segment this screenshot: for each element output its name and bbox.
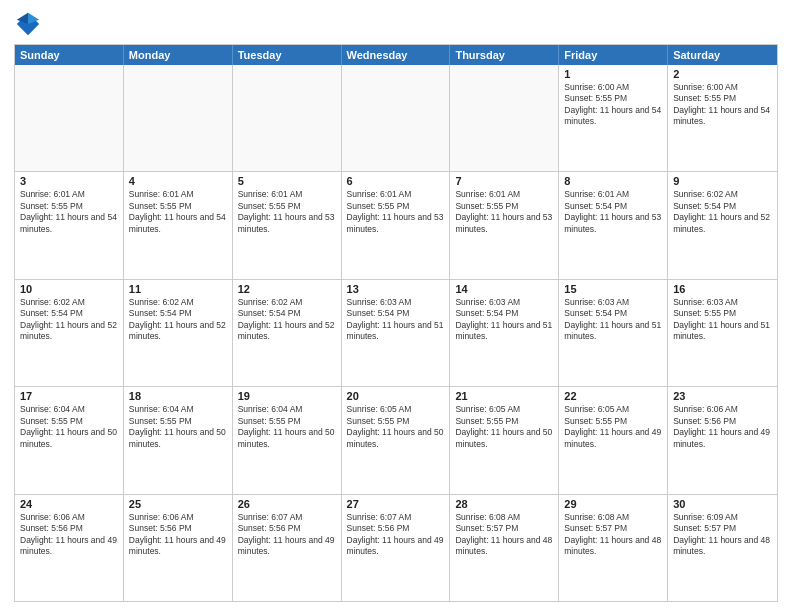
- day-cell-13: 13Sunrise: 6:03 AMSunset: 5:54 PMDayligh…: [342, 280, 451, 386]
- day-info: Sunrise: 6:02 AMSunset: 5:54 PMDaylight:…: [238, 297, 336, 343]
- day-info: Sunrise: 6:01 AMSunset: 5:55 PMDaylight:…: [238, 189, 336, 235]
- day-number: 1: [564, 68, 662, 80]
- day-info: Sunrise: 6:01 AMSunset: 5:55 PMDaylight:…: [20, 189, 118, 235]
- day-number: 20: [347, 390, 445, 402]
- day-number: 22: [564, 390, 662, 402]
- day-cell-16: 16Sunrise: 6:03 AMSunset: 5:55 PMDayligh…: [668, 280, 777, 386]
- day-number: 24: [20, 498, 118, 510]
- day-cell-11: 11Sunrise: 6:02 AMSunset: 5:54 PMDayligh…: [124, 280, 233, 386]
- day-info: Sunrise: 6:02 AMSunset: 5:54 PMDaylight:…: [673, 189, 772, 235]
- day-number: 8: [564, 175, 662, 187]
- calendar-week-2: 3Sunrise: 6:01 AMSunset: 5:55 PMDaylight…: [15, 172, 777, 279]
- day-cell-10: 10Sunrise: 6:02 AMSunset: 5:54 PMDayligh…: [15, 280, 124, 386]
- day-info: Sunrise: 6:01 AMSunset: 5:55 PMDaylight:…: [129, 189, 227, 235]
- weekday-header-friday: Friday: [559, 45, 668, 65]
- day-number: 17: [20, 390, 118, 402]
- day-cell-26: 26Sunrise: 6:07 AMSunset: 5:56 PMDayligh…: [233, 495, 342, 601]
- day-info: Sunrise: 6:03 AMSunset: 5:55 PMDaylight:…: [673, 297, 772, 343]
- day-number: 21: [455, 390, 553, 402]
- day-info: Sunrise: 6:00 AMSunset: 5:55 PMDaylight:…: [673, 82, 772, 128]
- weekday-header-tuesday: Tuesday: [233, 45, 342, 65]
- day-number: 5: [238, 175, 336, 187]
- day-number: 9: [673, 175, 772, 187]
- weekday-header-thursday: Thursday: [450, 45, 559, 65]
- day-info: Sunrise: 6:06 AMSunset: 5:56 PMDaylight:…: [129, 512, 227, 558]
- day-number: 28: [455, 498, 553, 510]
- empty-cell: [233, 65, 342, 171]
- day-number: 10: [20, 283, 118, 295]
- day-info: Sunrise: 6:01 AMSunset: 5:54 PMDaylight:…: [564, 189, 662, 235]
- day-number: 6: [347, 175, 445, 187]
- day-info: Sunrise: 6:05 AMSunset: 5:55 PMDaylight:…: [347, 404, 445, 450]
- page: SundayMondayTuesdayWednesdayThursdayFrid…: [0, 0, 792, 612]
- day-cell-22: 22Sunrise: 6:05 AMSunset: 5:55 PMDayligh…: [559, 387, 668, 493]
- day-info: Sunrise: 6:03 AMSunset: 5:54 PMDaylight:…: [347, 297, 445, 343]
- day-cell-9: 9Sunrise: 6:02 AMSunset: 5:54 PMDaylight…: [668, 172, 777, 278]
- day-cell-25: 25Sunrise: 6:06 AMSunset: 5:56 PMDayligh…: [124, 495, 233, 601]
- day-info: Sunrise: 6:04 AMSunset: 5:55 PMDaylight:…: [238, 404, 336, 450]
- day-cell-8: 8Sunrise: 6:01 AMSunset: 5:54 PMDaylight…: [559, 172, 668, 278]
- day-number: 16: [673, 283, 772, 295]
- day-info: Sunrise: 6:06 AMSunset: 5:56 PMDaylight:…: [673, 404, 772, 450]
- calendar-header: SundayMondayTuesdayWednesdayThursdayFrid…: [15, 45, 777, 65]
- calendar-week-3: 10Sunrise: 6:02 AMSunset: 5:54 PMDayligh…: [15, 280, 777, 387]
- day-info: Sunrise: 6:09 AMSunset: 5:57 PMDaylight:…: [673, 512, 772, 558]
- day-cell-18: 18Sunrise: 6:04 AMSunset: 5:55 PMDayligh…: [124, 387, 233, 493]
- day-cell-23: 23Sunrise: 6:06 AMSunset: 5:56 PMDayligh…: [668, 387, 777, 493]
- day-info: Sunrise: 6:05 AMSunset: 5:55 PMDaylight:…: [564, 404, 662, 450]
- calendar: SundayMondayTuesdayWednesdayThursdayFrid…: [14, 44, 778, 602]
- day-cell-14: 14Sunrise: 6:03 AMSunset: 5:54 PMDayligh…: [450, 280, 559, 386]
- day-info: Sunrise: 6:07 AMSunset: 5:56 PMDaylight:…: [238, 512, 336, 558]
- day-info: Sunrise: 6:01 AMSunset: 5:55 PMDaylight:…: [347, 189, 445, 235]
- day-info: Sunrise: 6:01 AMSunset: 5:55 PMDaylight:…: [455, 189, 553, 235]
- empty-cell: [450, 65, 559, 171]
- day-cell-4: 4Sunrise: 6:01 AMSunset: 5:55 PMDaylight…: [124, 172, 233, 278]
- calendar-week-5: 24Sunrise: 6:06 AMSunset: 5:56 PMDayligh…: [15, 495, 777, 601]
- day-info: Sunrise: 6:07 AMSunset: 5:56 PMDaylight:…: [347, 512, 445, 558]
- weekday-header-sunday: Sunday: [15, 45, 124, 65]
- day-cell-7: 7Sunrise: 6:01 AMSunset: 5:55 PMDaylight…: [450, 172, 559, 278]
- day-number: 12: [238, 283, 336, 295]
- empty-cell: [15, 65, 124, 171]
- day-number: 3: [20, 175, 118, 187]
- day-number: 23: [673, 390, 772, 402]
- calendar-week-4: 17Sunrise: 6:04 AMSunset: 5:55 PMDayligh…: [15, 387, 777, 494]
- logo-icon: [14, 10, 42, 38]
- day-info: Sunrise: 6:03 AMSunset: 5:54 PMDaylight:…: [455, 297, 553, 343]
- weekday-header-monday: Monday: [124, 45, 233, 65]
- day-info: Sunrise: 6:04 AMSunset: 5:55 PMDaylight:…: [20, 404, 118, 450]
- day-info: Sunrise: 6:05 AMSunset: 5:55 PMDaylight:…: [455, 404, 553, 450]
- day-cell-20: 20Sunrise: 6:05 AMSunset: 5:55 PMDayligh…: [342, 387, 451, 493]
- weekday-header-wednesday: Wednesday: [342, 45, 451, 65]
- day-info: Sunrise: 6:06 AMSunset: 5:56 PMDaylight:…: [20, 512, 118, 558]
- day-cell-29: 29Sunrise: 6:08 AMSunset: 5:57 PMDayligh…: [559, 495, 668, 601]
- day-number: 19: [238, 390, 336, 402]
- day-cell-5: 5Sunrise: 6:01 AMSunset: 5:55 PMDaylight…: [233, 172, 342, 278]
- day-number: 29: [564, 498, 662, 510]
- day-number: 18: [129, 390, 227, 402]
- day-cell-12: 12Sunrise: 6:02 AMSunset: 5:54 PMDayligh…: [233, 280, 342, 386]
- day-cell-28: 28Sunrise: 6:08 AMSunset: 5:57 PMDayligh…: [450, 495, 559, 601]
- day-number: 7: [455, 175, 553, 187]
- day-info: Sunrise: 6:03 AMSunset: 5:54 PMDaylight:…: [564, 297, 662, 343]
- calendar-body: 1Sunrise: 6:00 AMSunset: 5:55 PMDaylight…: [15, 65, 777, 601]
- day-number: 14: [455, 283, 553, 295]
- empty-cell: [342, 65, 451, 171]
- day-number: 27: [347, 498, 445, 510]
- day-number: 15: [564, 283, 662, 295]
- weekday-header-saturday: Saturday: [668, 45, 777, 65]
- calendar-week-1: 1Sunrise: 6:00 AMSunset: 5:55 PMDaylight…: [15, 65, 777, 172]
- day-cell-19: 19Sunrise: 6:04 AMSunset: 5:55 PMDayligh…: [233, 387, 342, 493]
- day-info: Sunrise: 6:04 AMSunset: 5:55 PMDaylight:…: [129, 404, 227, 450]
- day-cell-21: 21Sunrise: 6:05 AMSunset: 5:55 PMDayligh…: [450, 387, 559, 493]
- day-cell-6: 6Sunrise: 6:01 AMSunset: 5:55 PMDaylight…: [342, 172, 451, 278]
- day-cell-2: 2Sunrise: 6:00 AMSunset: 5:55 PMDaylight…: [668, 65, 777, 171]
- day-info: Sunrise: 6:08 AMSunset: 5:57 PMDaylight:…: [564, 512, 662, 558]
- day-cell-17: 17Sunrise: 6:04 AMSunset: 5:55 PMDayligh…: [15, 387, 124, 493]
- day-number: 4: [129, 175, 227, 187]
- day-cell-15: 15Sunrise: 6:03 AMSunset: 5:54 PMDayligh…: [559, 280, 668, 386]
- logo: [14, 10, 46, 38]
- empty-cell: [124, 65, 233, 171]
- day-cell-24: 24Sunrise: 6:06 AMSunset: 5:56 PMDayligh…: [15, 495, 124, 601]
- day-cell-3: 3Sunrise: 6:01 AMSunset: 5:55 PMDaylight…: [15, 172, 124, 278]
